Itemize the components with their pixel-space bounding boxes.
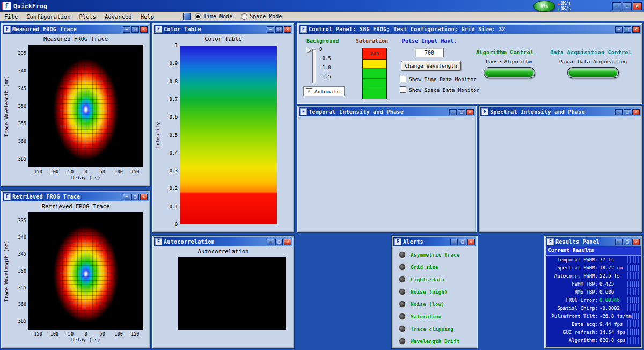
window-body: [480, 116, 641, 231]
close-button[interactable]: ✕: [632, 109, 640, 115]
titlebar[interactable]: Retrieved FROG Trace – □ ✕: [3, 192, 149, 201]
x-tick-label: 100: [114, 331, 122, 337]
change-wavelength-button[interactable]: Change Wavelength: [401, 61, 461, 71]
alert-item-asymmetric-trace[interactable]: Asymmetric Trace: [393, 249, 476, 261]
window-controls: – □ ✕: [615, 109, 640, 115]
menu-help[interactable]: Help: [136, 13, 158, 20]
alert-item-noise-high[interactable]: Noise (high): [393, 286, 476, 298]
pause-algorithm-button[interactable]: [484, 67, 535, 78]
close-button[interactable]: ✕: [140, 26, 148, 33]
x-axis-label: Delay (fs): [28, 175, 143, 180]
maximize-button[interactable]: □: [624, 109, 631, 115]
window-title: Results Panel: [555, 239, 599, 245]
maximize-button[interactable]: □: [275, 239, 283, 245]
maximize-button[interactable]: □: [624, 26, 631, 33]
result-row-algorithm: Algorithm: 620.8 cps: [546, 336, 641, 344]
results-sparkline: [627, 304, 639, 311]
result-row-fwhm-tbp: FWHM TBP: 0.425: [546, 280, 641, 288]
maximize-button[interactable]: □: [459, 239, 466, 245]
pause-data-acquisition-button[interactable]: [567, 67, 619, 78]
alert-item-lights-data[interactable]: Lights/data: [393, 273, 476, 286]
results-content: Current Results Temporal FWHM: 37 fs Spe…: [546, 246, 641, 347]
x-tick-label: -50: [65, 169, 74, 174]
close-button[interactable]: ✕: [633, 2, 642, 10]
window-body: Autocorrelation: [154, 246, 292, 347]
radio-selected-icon: [195, 13, 201, 20]
close-button[interactable]: ✕: [632, 26, 640, 33]
maximize-button[interactable]: □: [458, 109, 465, 115]
y-tick-label: 350: [8, 268, 26, 274]
main-titlebar[interactable]: F QuickFrog 47% ▲0K/s ▼0K/s — ❐ ✕: [0, 0, 644, 12]
menu-file[interactable]: File: [0, 13, 22, 20]
minimize-button[interactable]: –: [615, 26, 623, 33]
minimize-button[interactable]: –: [123, 26, 130, 33]
y-tick-label: 0.3: [159, 168, 178, 173]
minimize-button[interactable]: –: [449, 109, 457, 115]
minimize-button[interactable]: —: [612, 2, 621, 10]
titlebar[interactable]: Temporal Intensity and Phase – □ ✕: [299, 107, 475, 116]
checkbox-icon: [400, 86, 406, 93]
slider-tick-label: -1.0: [319, 65, 331, 70]
led-indicator-icon: [399, 301, 406, 308]
window-autocorrelation: Autocorrelation – □ ✕ Autocorrelation: [152, 235, 295, 349]
close-button[interactable]: ✕: [466, 109, 474, 115]
menu-advanced[interactable]: Advanced: [100, 13, 136, 20]
minimize-button[interactable]: –: [615, 109, 623, 115]
menu-configuration[interactable]: Configuration: [22, 13, 75, 20]
space-mode-radio[interactable]: Space Mode: [241, 13, 282, 20]
y-tick-label: 355: [8, 285, 26, 290]
slider-tick-label: -1.5: [319, 74, 331, 79]
wavelength-input[interactable]: [415, 48, 444, 57]
close-button[interactable]: ✕: [632, 239, 640, 245]
titlebar[interactable]: Autocorrelation – □ ✕: [154, 237, 292, 246]
maximize-button[interactable]: □: [275, 26, 283, 33]
titlebar[interactable]: Color Table – □ ✕: [154, 25, 292, 34]
close-button[interactable]: ✕: [140, 194, 148, 200]
maximize-button[interactable]: □: [131, 26, 139, 33]
titlebar[interactable]: Measured FROG Trace – □ ✕: [3, 25, 149, 34]
radio-unselected-icon: [241, 13, 247, 20]
titlebar[interactable]: Spectral Intensity and Phase – □ ✕: [480, 107, 641, 116]
maximize-button[interactable]: ❐: [623, 2, 632, 10]
minimize-button[interactable]: –: [123, 194, 130, 200]
show-space-data-monitor-checkbox[interactable]: Show Space Data Monitor: [400, 86, 480, 93]
y-tick-label: 0: [159, 222, 178, 227]
window-color-table: Color Table – □ ✕ Color Table10.90.80.70…: [152, 23, 295, 233]
led-indicator-icon: [399, 264, 406, 271]
y-tick-label: 1: [159, 43, 178, 48]
alert-item-wavelength-drift[interactable]: Wavelength Drift: [393, 335, 476, 347]
saturation-green-segment: [363, 89, 386, 99]
close-button[interactable]: ✕: [467, 239, 475, 245]
window-controls: – □ ✕: [450, 239, 475, 245]
titlebar[interactable]: Results Panel – □ ✕: [546, 237, 641, 246]
menu-plots[interactable]: Plots: [75, 13, 100, 20]
alert-item-saturation[interactable]: Saturation: [393, 310, 476, 323]
y-tick-label: 345: [8, 251, 26, 257]
background-slider-handle[interactable]: [306, 47, 311, 53]
x-axis-label: Delay (fs): [28, 337, 143, 342]
minimize-button[interactable]: –: [450, 239, 458, 245]
background-slider[interactable]: [312, 49, 316, 83]
titlebar[interactable]: Control Panel: SHG FROG; Test Configurat…: [299, 25, 641, 34]
minimize-button[interactable]: –: [267, 239, 274, 245]
alert-item-trace-clipping[interactable]: Trace clipping: [393, 323, 476, 335]
saturation-label: Saturation: [356, 38, 388, 44]
alert-item-grid-size[interactable]: Grid size: [393, 261, 476, 273]
titlebar[interactable]: Alerts – □ ✕: [393, 237, 476, 246]
time-mode-radio[interactable]: Time Mode: [195, 13, 232, 20]
temporal-intensity-phase-plot: [299, 116, 475, 231]
alert-item-noise-low[interactable]: Noise (low): [393, 298, 476, 310]
close-button[interactable]: ✕: [284, 239, 291, 245]
show-time-data-monitor-label: Show Time Data Monitor: [409, 76, 477, 82]
maximize-button[interactable]: □: [131, 194, 139, 200]
show-time-data-monitor-checkbox[interactable]: Show Time Data Monitor: [400, 76, 477, 82]
pixel-grid-overlay: [28, 212, 143, 330]
slider-tick-label: 0: [319, 47, 322, 52]
minimize-button[interactable]: –: [267, 26, 274, 33]
maximize-button[interactable]: □: [624, 239, 631, 245]
window-body: Current Results Temporal FWHM: 37 fs Spe…: [546, 246, 641, 347]
close-button[interactable]: ✕: [284, 26, 291, 33]
window-controls: – □ ✕: [123, 194, 148, 200]
minimize-button[interactable]: –: [615, 239, 623, 245]
automatic-checkbox[interactable]: ✓ Automatic: [303, 86, 345, 96]
